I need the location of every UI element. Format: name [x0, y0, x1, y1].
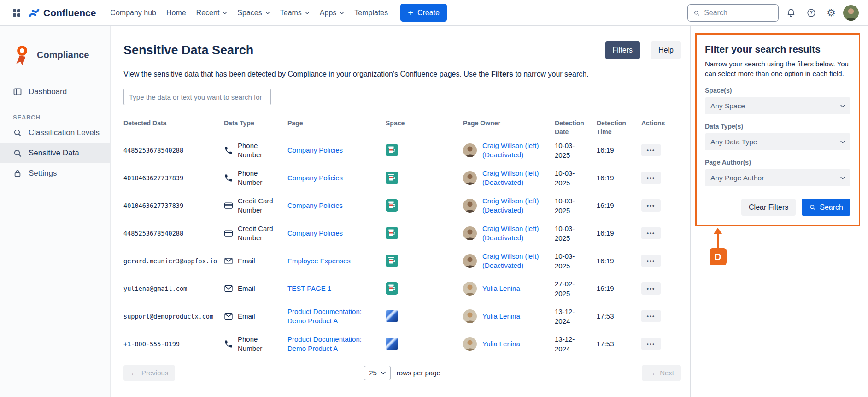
row-actions-button[interactable]: ••• [641, 338, 661, 350]
col-space: Space [386, 119, 463, 136]
page-title: Sensitive Data Search [123, 43, 253, 58]
previous-page-button[interactable]: ←Previous [123, 365, 175, 381]
owner-link[interactable]: Craig Willson (left) (Deactivated) [482, 224, 549, 243]
owner-link[interactable]: Craig Willson (left) (Deactivated) [482, 169, 549, 188]
help-icon[interactable] [803, 5, 819, 21]
primary-nav: Company hub Home Recent Spaces Teams App… [105, 5, 393, 21]
table-row: gerard.meunier3@appfox.io Email Employee… [123, 247, 681, 275]
row-actions-button[interactable]: ••• [641, 227, 661, 239]
coffee-space-icon[interactable] [386, 144, 398, 156]
page-authors-label: Page Author(s) [705, 159, 850, 166]
sidebar-item-dashboard[interactable]: Dashboard [0, 82, 110, 102]
filter-search-button[interactable]: Search [802, 199, 850, 216]
row-actions-button[interactable]: ••• [641, 255, 661, 267]
craig-avatar[interactable] [463, 226, 477, 240]
global-search[interactable] [687, 4, 779, 22]
page-link[interactable]: Product Documentation: Demo Product A [287, 335, 380, 354]
chevron-down-icon [840, 177, 845, 179]
user-avatar[interactable] [843, 5, 859, 21]
row-actions-button[interactable]: ••• [641, 144, 661, 156]
app-name: Compliance [37, 50, 89, 60]
detection-time: 16:19 [597, 284, 614, 292]
detection-time: 16:19 [597, 257, 614, 265]
coffee-space-icon[interactable] [386, 282, 398, 295]
filter-panel-description: Narrow your search using the filters bel… [705, 59, 850, 78]
owner-link[interactable]: Yulia Lenina [482, 339, 549, 349]
page-link[interactable]: Company Policies [287, 229, 343, 238]
owner-link[interactable]: Craig Willson (left) (Deactivated) [482, 196, 549, 215]
sidebar-item-classification-levels[interactable]: Classification Levels [0, 123, 110, 143]
yulia-avatar[interactable] [463, 282, 477, 296]
stripes-space-icon[interactable] [386, 310, 398, 322]
row-actions-button[interactable]: ••• [641, 310, 661, 322]
stripes-space-icon[interactable] [386, 338, 398, 350]
page-link[interactable]: Company Policies [287, 146, 343, 155]
owner-link[interactable]: Yulia Lenina [482, 312, 549, 321]
craig-avatar[interactable] [463, 171, 477, 185]
data-type-label: Email [238, 312, 277, 321]
owner-link[interactable]: Craig Willson (left) (Deactivated) [482, 252, 549, 271]
compliance-sidebar: Compliance Dashboard SEARCH Classificati… [0, 26, 111, 397]
help-button[interactable]: Help [651, 41, 681, 59]
coffee-space-icon[interactable] [386, 172, 398, 184]
next-page-button[interactable]: →Next [642, 365, 681, 381]
page-link[interactable]: TEST PAGE 1 [287, 284, 331, 293]
annotation-d-marker: D [710, 248, 727, 265]
filters-button[interactable]: Filters [605, 41, 640, 59]
top-navbar: Confluence Company hub Home Recent Space… [0, 0, 868, 26]
sidebar-item-settings[interactable]: Settings [0, 163, 110, 184]
data-types-select[interactable]: Any Data Type [705, 133, 850, 150]
coffee-space-icon[interactable] [386, 227, 398, 239]
nav-templates[interactable]: Templates [349, 5, 393, 21]
compliance-logo-icon [13, 44, 31, 66]
clear-filters-button[interactable]: Clear Filters [741, 199, 796, 216]
settings-gear-icon[interactable]: ⚙ [824, 5, 839, 21]
craig-avatar[interactable] [463, 254, 477, 268]
table-row: 4010463627737839 Credit Card Number Comp… [123, 192, 681, 219]
sidebar-section-search: SEARCH [13, 114, 110, 121]
rows-per-page-select[interactable]: 25 [364, 366, 391, 380]
craig-avatar[interactable] [463, 143, 477, 157]
nav-teams[interactable]: Teams [275, 5, 315, 21]
yulia-avatar[interactable] [463, 309, 477, 323]
yulia-avatar[interactable] [463, 337, 477, 351]
page-link[interactable]: Company Policies [287, 173, 343, 183]
dashboard-icon [13, 87, 22, 96]
page-link[interactable]: Employee Expenses [287, 256, 351, 266]
annotation-arrow-line [717, 234, 719, 248]
table-row: 4485253678540288 Phone Number Company Po… [123, 136, 681, 164]
credit-card-icon [224, 229, 233, 238]
coffee-space-icon[interactable] [386, 199, 398, 212]
global-search-input[interactable] [704, 9, 773, 17]
detection-date: 10-03-2025 [555, 168, 584, 188]
email-icon [224, 256, 233, 266]
coffee-space-icon[interactable] [386, 255, 398, 267]
phone-icon [224, 173, 233, 183]
create-button[interactable]: + Create [400, 4, 447, 22]
product-name: Confluence [43, 7, 96, 18]
table-row: 4010463627737839 Phone Number Company Po… [123, 164, 681, 192]
search-icon [693, 9, 700, 17]
page-link[interactable]: Product Documentation: Demo Product A [287, 307, 380, 326]
nav-apps[interactable]: Apps [315, 5, 349, 21]
confluence-logo[interactable]: Confluence [29, 7, 96, 18]
page-authors-select[interactable]: Any Page Author [705, 169, 850, 186]
craig-avatar[interactable] [463, 199, 477, 213]
page-link[interactable]: Company Policies [287, 201, 343, 210]
owner-link[interactable]: Craig Willson (left) (Deactivated) [482, 141, 549, 160]
nav-spaces[interactable]: Spaces [232, 5, 275, 21]
spaces-select[interactable]: Any Space [705, 97, 850, 114]
sensitive-data-search-input[interactable] [123, 89, 271, 105]
chevron-down-icon [340, 12, 344, 14]
nav-recent[interactable]: Recent [191, 5, 233, 21]
owner-link[interactable]: Yulia Lenina [482, 284, 549, 293]
row-actions-button[interactable]: ••• [641, 282, 661, 295]
sidebar-item-sensitive-data[interactable]: Sensitive Data [0, 143, 110, 163]
nav-home[interactable]: Home [161, 5, 191, 21]
nav-company-hub[interactable]: Company hub [105, 5, 161, 21]
row-actions-button[interactable]: ••• [641, 199, 661, 212]
row-actions-button[interactable]: ••• [641, 172, 661, 184]
col-detection-date: Detection Date [555, 119, 597, 136]
app-switcher-icon[interactable] [9, 6, 24, 20]
notifications-bell-icon[interactable] [783, 5, 799, 21]
